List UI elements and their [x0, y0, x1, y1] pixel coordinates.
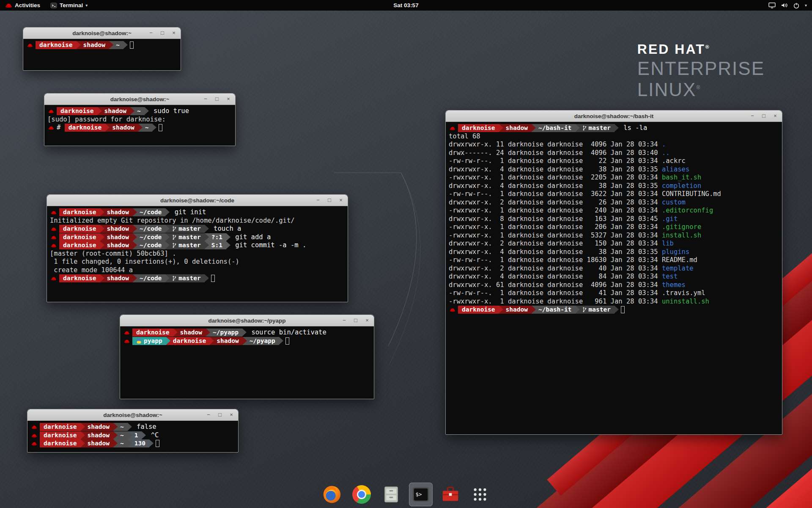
prompt-host-segment: shadow: [81, 423, 113, 431]
terminal-content[interactable]: darknoiseshadow~: [23, 39, 181, 52]
maximize-button[interactable]: □: [159, 30, 165, 36]
prompt-user-segment: darknoise: [40, 439, 81, 447]
prompt-path-segment: ~/code: [133, 241, 165, 249]
close-button[interactable]: ×: [225, 96, 231, 102]
window-titlebar[interactable]: darknoise@shadow:~−□×: [27, 409, 238, 421]
terminal-line: [master (root-commit) 50bcb63] .: [50, 250, 345, 258]
dock-item-software[interactable]: [439, 483, 462, 506]
terminal-window-sudo[interactable]: darknoise@shadow:~−□×darknoiseshadow~ su…: [44, 93, 236, 146]
close-button[interactable]: ×: [364, 318, 370, 323]
powerline-arrow: [242, 329, 247, 336]
git-branch-icon: [172, 243, 176, 248]
window-titlebar[interactable]: darknoise@shadow:~/code−□×: [47, 195, 348, 206]
terminal-line: create mode 100644 a: [50, 266, 345, 275]
terminal-text: .travis.yml: [662, 289, 705, 298]
powerline-arrow: [98, 107, 102, 115]
terminal-window-pyapp[interactable]: darknoise@shadow:~/pyapp−□×darknoiseshad…: [120, 315, 374, 399]
terminal-content[interactable]: darknoiseshadow~ falsedarknoiseshadow~1 …: [27, 421, 238, 450]
powerline-arrow: [100, 233, 104, 241]
minimize-button[interactable]: −: [341, 318, 347, 323]
terminal-text: -rw-rw-r--. 1 darknoise darknoise 18630 …: [449, 256, 662, 265]
close-button[interactable]: ×: [338, 197, 344, 203]
terminal-content[interactable]: darknoiseshadow~/bash-itmaster ls -latot…: [446, 122, 782, 316]
terminal-text: false: [133, 423, 156, 431]
terminal-line: darknoiseshadow~130: [30, 439, 235, 448]
terminal-window-code[interactable]: darknoise@shadow:~/code−□×darknoiseshado…: [47, 194, 348, 302]
maximize-button[interactable]: □: [326, 197, 332, 203]
powerline-arrow: [205, 225, 209, 232]
desktop: RED HAT® ENTERPRISE LINUX® Activities Te…: [0, 0, 812, 508]
git-branch-icon: [172, 226, 176, 232]
fedora-icon: [450, 126, 455, 130]
minimize-button[interactable]: −: [315, 197, 321, 203]
minimize-button[interactable]: −: [206, 412, 211, 418]
system-status-area[interactable]: ▾: [766, 0, 809, 11]
maximize-button[interactable]: □: [214, 96, 220, 102]
powerline-arrow: [165, 241, 170, 249]
prompt-host-segment: shadow: [81, 439, 113, 447]
terminal-line: -rwxrwxr-x. 1 darknoise darknoise 961 Ja…: [449, 298, 779, 306]
terminal-text: drwx------. 24 darknoise darknoise 4096 …: [449, 149, 662, 157]
prompt-venv-segment: pyapp: [132, 337, 166, 345]
terminal-line: drwxrwxr-x. 2 darknoise darknoise 40 Jan…: [449, 265, 779, 273]
close-button[interactable]: ×: [228, 412, 234, 418]
dock-item-chrome[interactable]: [350, 483, 373, 506]
maximize-button[interactable]: □: [217, 412, 223, 418]
prompt-user-segment: darknoise: [65, 124, 106, 132]
chrome-icon: [352, 485, 371, 504]
powerline-arrow: [165, 208, 170, 216]
fedora-icon: [124, 339, 130, 343]
terminal-line: total 68: [449, 133, 779, 141]
terminal-content[interactable]: darknoiseshadow~ sudo true[sudo] passwor…: [44, 105, 235, 134]
powerline-arrow: [128, 431, 132, 439]
prompt-path-segment: ~/pyapp: [243, 337, 279, 345]
window-titlebar[interactable]: darknoise@shadow:~−□×: [44, 94, 235, 105]
window-titlebar[interactable]: darknoise@shadow:~/pyapp−□×: [120, 315, 374, 326]
terminal-text: plugins: [662, 248, 689, 257]
prompt-path-segment: ~/code: [133, 225, 165, 233]
activities-label: Activities: [15, 2, 40, 8]
dock-item-app-grid[interactable]: [468, 483, 492, 506]
volume-icon: [781, 2, 788, 8]
terminal-content[interactable]: darknoiseshadow~/code git initInitialize…: [47, 206, 348, 285]
minimize-button[interactable]: −: [148, 30, 154, 36]
minimize-button[interactable]: −: [203, 96, 208, 102]
terminal-window-bash-it[interactable]: darknoise@shadow:~/bash-it−□×darknoisesh…: [445, 110, 782, 435]
redhat-fedora-icon: [5, 3, 12, 8]
close-button[interactable]: ×: [171, 30, 177, 36]
terminal-text: [master (root-commit) 50bcb63] .: [50, 250, 176, 258]
minimize-button[interactable]: −: [749, 113, 755, 119]
dock-item-terminal[interactable]: $>: [409, 483, 433, 506]
app-menu-terminal[interactable]: Terminal ▾: [45, 0, 93, 11]
window-titlebar[interactable]: darknoise@shadow:~/bash-it−□×: [446, 110, 782, 122]
powerline-arrow: [128, 423, 132, 431]
terminal-line: drwxrwxr-x. 11 darknoise darknoise 4096 …: [449, 141, 779, 149]
clock[interactable]: Sat 03:57: [393, 2, 418, 8]
terminal-content[interactable]: darknoiseshadow~/pyapp source bin/activa…: [120, 326, 374, 347]
terminal-window-home-1[interactable]: darknoise@shadow:~−□×darknoiseshadow~: [23, 27, 181, 71]
dock-item-firefox[interactable]: [320, 483, 344, 506]
terminal-text: ..: [662, 149, 670, 157]
terminal-cursor: [159, 124, 162, 131]
powerline-arrow: [130, 107, 134, 115]
terminal-line: drwxrwxr-x. 8 darknoise darknoise 163 Ja…: [449, 215, 779, 224]
terminal-text: .git: [662, 215, 678, 224]
terminal-window-exit-codes[interactable]: darknoise@shadow:~−□×darknoiseshadow~ fa…: [27, 409, 239, 453]
terminal-text: completion: [662, 182, 701, 190]
prompt-user-segment: darknoise: [132, 329, 173, 337]
terminal-text: create mode 100644 a: [50, 266, 133, 275]
powerline-arrow: [123, 41, 128, 49]
prompt-host-segment: shadow: [100, 241, 133, 249]
maximize-button[interactable]: □: [353, 318, 359, 323]
close-button[interactable]: ×: [772, 113, 778, 119]
window-titlebar[interactable]: darknoise@shadow:~−□×: [23, 28, 181, 39]
activities-button[interactable]: Activities: [0, 0, 45, 11]
fedora-icon: [31, 441, 37, 446]
chevron-down-icon: ▾: [85, 3, 88, 8]
maximize-button[interactable]: □: [761, 113, 767, 119]
terminal-text: themes: [662, 281, 686, 290]
registered-mark: ®: [696, 85, 701, 91]
dock-item-files[interactable]: [379, 483, 403, 506]
prompt-user-segment: darknoise: [59, 225, 100, 233]
powerline-arrow: [205, 233, 209, 241]
